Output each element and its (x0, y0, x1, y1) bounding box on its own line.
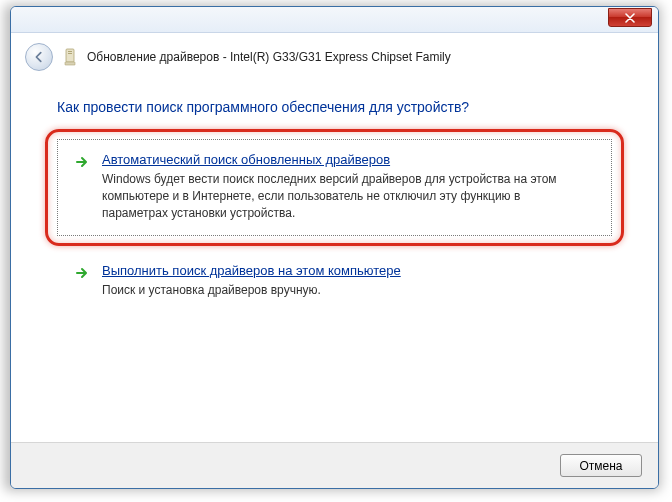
window-title: Обновление драйверов - Intel(R) G33/G31 … (87, 50, 451, 64)
device-icon (63, 48, 77, 66)
arrow-right-icon (74, 154, 90, 170)
option-browse-body: Выполнить поиск драйверов на этом компью… (102, 263, 401, 299)
footer: Отмена (11, 442, 658, 488)
option-browse-desc: Поиск и установка драйверов вручную. (102, 282, 401, 299)
content-area: Как провести поиск программного обеспече… (11, 79, 658, 310)
option-browse-local[interactable]: Выполнить поиск драйверов на этом компью… (57, 254, 612, 310)
svg-rect-1 (68, 51, 72, 52)
close-icon (625, 13, 635, 23)
back-button[interactable] (25, 43, 53, 71)
page-heading: Как провести поиск программного обеспече… (57, 99, 612, 115)
option-auto-search[interactable]: Автоматический поиск обновленных драйвер… (57, 139, 612, 236)
header-row: Обновление драйверов - Intel(R) G33/G31 … (11, 33, 658, 79)
svg-rect-2 (68, 53, 72, 54)
option-auto-body: Автоматический поиск обновленных драйвер… (102, 152, 562, 221)
back-arrow-icon (32, 50, 46, 64)
close-button[interactable] (608, 8, 652, 27)
driver-update-wizard-window: Обновление драйверов - Intel(R) G33/G31 … (10, 6, 659, 489)
option-auto-highlight: Автоматический поиск обновленных драйвер… (57, 139, 612, 236)
titlebar (11, 7, 658, 33)
svg-rect-0 (66, 49, 74, 62)
svg-rect-3 (65, 62, 75, 65)
option-browse-title: Выполнить поиск драйверов на этом компью… (102, 263, 401, 278)
arrow-right-icon (74, 265, 90, 281)
option-auto-title: Автоматический поиск обновленных драйвер… (102, 152, 562, 167)
option-auto-desc: Windows будет вести поиск последних верс… (102, 171, 562, 221)
cancel-button[interactable]: Отмена (560, 454, 642, 477)
